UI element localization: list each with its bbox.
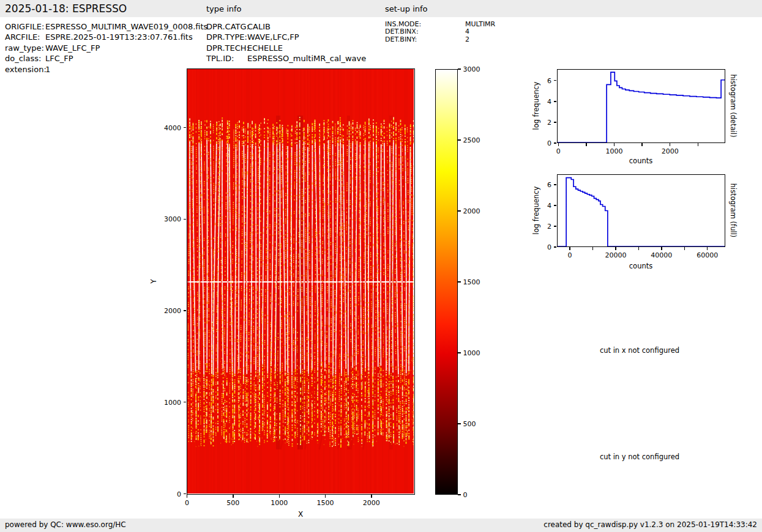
- colorbar-tick-mark: [458, 494, 461, 495]
- type-info-heading: type info: [206, 4, 242, 13]
- x-tick-mark: [670, 143, 670, 146]
- y-tick-mark: [184, 493, 187, 494]
- file-info-block: ORIGFILE:ESPRESSO_MULTIMR_WAVE019_0008.f…: [5, 21, 207, 75]
- y-tick-label: 0: [177, 490, 181, 498]
- y-tick-mark: [554, 101, 557, 102]
- colorbar-tick-mark: [458, 352, 461, 353]
- main-y-axis-label: Y: [149, 279, 158, 283]
- hist-full-y-axis-label: log frequency: [532, 187, 540, 235]
- meta-value: ECHELLE: [247, 43, 283, 53]
- meta-label: do_class:: [5, 53, 45, 64]
- meta-row: DPR.TECH:ECHELLE: [206, 43, 366, 53]
- meta-label: ORIGFILE:: [5, 21, 45, 32]
- meta-label: DPR.TYPE:: [206, 32, 247, 42]
- y-tick-label: 2: [547, 223, 551, 231]
- x-tick-mark: [279, 495, 280, 498]
- x-tick-mark: [233, 495, 233, 498]
- x-tick-label: 20000: [605, 251, 626, 259]
- meta-label: DPR.CATG:: [206, 21, 247, 32]
- x-tick-mark: [371, 495, 372, 498]
- meta-label: raw_type:: [5, 43, 45, 53]
- histogram-full-line: [558, 175, 725, 246]
- colorbar-tick-label: 1000: [463, 349, 480, 357]
- colorbar-tick-label: 2000: [463, 207, 480, 215]
- meta-value: CALIB: [247, 21, 271, 32]
- y-tick-label: 3000: [164, 215, 181, 223]
- meta-row: raw_type:WAVE_LFC_FP: [5, 43, 207, 53]
- y-tick-mark: [184, 310, 187, 311]
- setup-info-block: INS.MODE:MULTIMRDET.BINX:4DET.BINY:2: [385, 21, 495, 43]
- meta-value: LFC_FP: [45, 53, 73, 64]
- meta-value: ESPRE.2025-01-19T13:23:07.761.fits: [45, 32, 193, 42]
- x-tick-mark: [661, 247, 662, 250]
- meta-value: 4: [465, 28, 469, 35]
- x-tick-mark: [569, 247, 570, 250]
- colorbar-tick-label: 1500: [463, 278, 480, 286]
- x-tick-mark: [684, 247, 685, 250]
- y-tick-mark: [554, 184, 557, 185]
- x-tick-mark: [586, 143, 586, 146]
- colorbar-tick-label: 0: [463, 491, 468, 499]
- y-tick-mark: [184, 402, 187, 402]
- y-tick-mark: [184, 219, 187, 220]
- raw-image-canvas: [187, 69, 414, 493]
- meta-value: WAVE_LFC_FP: [45, 43, 100, 53]
- hist-full-right-label: histogram (full): [729, 183, 738, 238]
- colorbar-tick-mark: [458, 210, 461, 211]
- meta-label: ARCFILE:: [5, 32, 45, 42]
- y-tick-label: 2: [547, 118, 551, 126]
- colorbar-tick-mark: [458, 281, 461, 282]
- meta-row: DPR.TYPE:WAVE,LFC,FP: [206, 32, 366, 42]
- raw-image-plot: [187, 68, 415, 495]
- main-x-axis-label: X: [298, 510, 303, 519]
- y-tick-mark: [554, 142, 557, 143]
- x-tick-label: 500: [226, 499, 239, 507]
- y-tick-mark: [184, 127, 187, 128]
- meta-label: DET.BINX:: [385, 28, 465, 35]
- x-tick-label: 0: [567, 251, 572, 259]
- x-tick-label: 40000: [651, 251, 672, 259]
- y-tick-mark: [554, 205, 557, 205]
- x-tick-mark: [325, 495, 326, 498]
- x-tick-label: 2000: [662, 147, 679, 155]
- meta-row: ARCFILE:ESPRE.2025-01-19T13:23:07.761.fi…: [5, 32, 207, 42]
- histogram-step-curve: [558, 178, 725, 246]
- x-tick-label: 0: [556, 147, 561, 155]
- meta-row: extension:1: [5, 64, 207, 75]
- y-tick-label: 0: [547, 139, 551, 147]
- hist-full-x-axis-label: counts: [629, 262, 652, 270]
- meta-row: DET.BINY:2: [385, 36, 495, 43]
- colorbar-tick-mark: [458, 423, 461, 424]
- x-tick-label: 1000: [605, 147, 622, 155]
- x-tick-mark: [615, 247, 616, 250]
- x-tick-label: 2000: [363, 499, 380, 507]
- histogram-detail-plot: [557, 69, 725, 143]
- meta-value: WAVE,LFC,FP: [247, 32, 299, 42]
- colorbar-tick-label: 3000: [463, 65, 480, 73]
- cut-x-note: cut in x not configured: [600, 346, 679, 355]
- y-tick-label: 0: [547, 243, 551, 251]
- y-tick-label: 4: [547, 97, 551, 105]
- y-tick-mark: [554, 80, 557, 81]
- y-tick-mark: [554, 122, 557, 122]
- x-tick-label: 0: [185, 499, 189, 507]
- x-tick-mark: [592, 247, 593, 250]
- x-tick-mark: [614, 143, 614, 146]
- histogram-step-curve: [558, 72, 725, 142]
- x-tick-mark: [558, 143, 559, 146]
- colorbar-tick-mark: [458, 139, 461, 140]
- x-tick-mark: [698, 143, 698, 146]
- x-tick-label: 60000: [697, 251, 718, 259]
- colorbar-tick-label: 2500: [463, 136, 480, 144]
- meta-label: TPL.ID:: [206, 53, 247, 64]
- colorbar-tick-mark: [458, 68, 461, 69]
- x-tick-mark: [707, 247, 708, 250]
- y-tick-label: 4: [547, 202, 551, 210]
- footer-credit-left: powered by QC: www.eso.org/HC: [5, 520, 126, 529]
- hist-detail-y-axis-label: log frequency: [532, 82, 540, 130]
- meta-row: do_class:LFC_FP: [5, 53, 207, 64]
- histogram-full-plot: [557, 174, 725, 247]
- qc-report-page: 2025-01-18: ESPRESSO type info set-up in…: [0, 0, 762, 532]
- y-tick-label: 1000: [164, 398, 181, 406]
- hist-detail-right-label: histogram (detail): [729, 74, 738, 137]
